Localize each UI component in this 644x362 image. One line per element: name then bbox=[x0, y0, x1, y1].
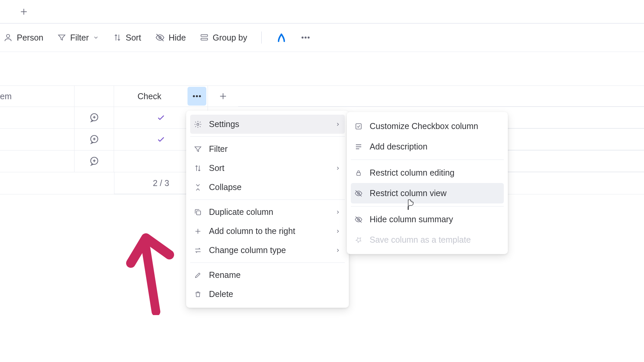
divider bbox=[351, 206, 504, 206]
conversation-button[interactable] bbox=[74, 107, 114, 128]
eye-off-icon bbox=[155, 33, 165, 42]
menu-item-rename[interactable]: Rename bbox=[190, 265, 345, 285]
menu-label: Save column as a template bbox=[370, 235, 500, 245]
menu-label: Customize Checkbox column bbox=[370, 121, 500, 131]
chevron-right-icon bbox=[335, 248, 341, 253]
item-name-cell[interactable] bbox=[0, 107, 74, 128]
group-by-button[interactable]: Group by bbox=[200, 33, 247, 43]
menu-label: Hide column summary bbox=[370, 215, 500, 224]
svg-point-0 bbox=[6, 35, 9, 38]
trash-icon bbox=[194, 291, 202, 298]
svg-point-6 bbox=[308, 37, 310, 39]
menu-label: Sort bbox=[209, 163, 329, 173]
plus-icon bbox=[194, 228, 202, 235]
menu-label: Duplicate column bbox=[209, 207, 329, 217]
column-header-check[interactable]: Check bbox=[114, 86, 208, 107]
menu-item-delete[interactable]: Delete bbox=[190, 285, 345, 304]
gear-icon bbox=[194, 120, 202, 128]
view-toolbar: Person Filter Sort Hide Group by bbox=[0, 23, 644, 52]
chevron-down-icon bbox=[93, 35, 99, 41]
menu-item-sort[interactable]: Sort bbox=[190, 159, 345, 178]
menu-item-change-type[interactable]: Change column type bbox=[190, 241, 345, 260]
eye-off-icon bbox=[354, 189, 363, 197]
menu-item-settings[interactable]: Settings bbox=[190, 115, 345, 134]
collapse-icon bbox=[194, 183, 202, 191]
ai-logo-icon bbox=[276, 32, 287, 43]
toolbar-label: Hide bbox=[169, 33, 186, 43]
column-check-label: Check bbox=[114, 92, 171, 101]
divider bbox=[190, 262, 345, 263]
sort-icon bbox=[194, 164, 202, 172]
toolbar-label: Filter bbox=[70, 33, 89, 43]
column-context-menu: Settings Filter Sort Collapse Duplicate … bbox=[186, 111, 349, 308]
chevron-right-icon bbox=[335, 166, 341, 171]
column-options-button[interactable] bbox=[187, 87, 206, 106]
conversation-button[interactable] bbox=[74, 129, 114, 150]
sort-button[interactable]: Sort bbox=[113, 33, 141, 43]
divider bbox=[190, 199, 345, 200]
ai-assistant-button[interactable] bbox=[276, 32, 287, 43]
column-header-conversation bbox=[74, 86, 114, 107]
pin-icon bbox=[354, 236, 363, 244]
sort-icon bbox=[113, 33, 122, 42]
submenu-item-restrict-edit[interactable]: Restrict column editing bbox=[351, 163, 504, 183]
pencil-icon bbox=[194, 272, 202, 279]
column-header-item[interactable]: em bbox=[0, 86, 74, 107]
filter-button[interactable]: Filter bbox=[57, 33, 99, 43]
item-name-cell[interactable] bbox=[0, 150, 74, 172]
svg-rect-3 bbox=[201, 38, 208, 40]
divider bbox=[351, 160, 504, 160]
divider bbox=[261, 32, 262, 44]
filter-icon bbox=[57, 33, 66, 42]
svg-point-7 bbox=[193, 95, 195, 97]
menu-item-add-column-right[interactable]: Add column to the right bbox=[190, 222, 345, 241]
divider bbox=[190, 136, 345, 137]
svg-point-13 bbox=[197, 123, 199, 125]
menu-item-filter[interactable]: Filter bbox=[190, 139, 345, 159]
filter-icon bbox=[194, 145, 202, 153]
menu-label: Add column to the right bbox=[209, 226, 329, 236]
menu-label: Restrict column view bbox=[370, 188, 500, 198]
svg-point-5 bbox=[305, 37, 307, 39]
table-header-row: em Check bbox=[0, 85, 644, 107]
submenu-item-restrict-view[interactable]: Restrict column view bbox=[351, 183, 504, 203]
lock-icon bbox=[354, 169, 363, 177]
tabs-bar bbox=[0, 0, 644, 23]
person-filter-button[interactable]: Person bbox=[3, 33, 43, 43]
settings-submenu: Customize Checkbox column Add descriptio… bbox=[347, 112, 508, 254]
hide-button[interactable]: Hide bbox=[155, 33, 186, 43]
submenu-item-save-template: Save column as a template bbox=[351, 230, 504, 250]
svg-point-9 bbox=[199, 95, 201, 97]
more-options-button[interactable] bbox=[301, 36, 310, 39]
submenu-item-customize[interactable]: Customize Checkbox column bbox=[351, 116, 504, 136]
svg-rect-15 bbox=[356, 124, 361, 129]
eye-off-icon bbox=[354, 216, 363, 224]
menu-item-duplicate[interactable]: Duplicate column bbox=[190, 202, 345, 222]
submenu-item-description[interactable]: Add description bbox=[351, 136, 504, 157]
swap-icon bbox=[194, 246, 202, 254]
chevron-right-icon bbox=[335, 122, 341, 127]
menu-label: Collapse bbox=[209, 182, 341, 192]
menu-item-collapse[interactable]: Collapse bbox=[190, 178, 345, 197]
toolbar-label: Person bbox=[17, 33, 43, 43]
menu-label: Delete bbox=[209, 289, 341, 299]
annotation-arrow bbox=[124, 231, 178, 315]
menu-label: Rename bbox=[209, 270, 341, 280]
person-icon bbox=[3, 33, 13, 42]
svg-rect-16 bbox=[357, 173, 361, 175]
add-column-button[interactable] bbox=[208, 86, 238, 107]
menu-label: Filter bbox=[209, 144, 341, 154]
menu-label: Change column type bbox=[209, 245, 329, 255]
conversation-button[interactable] bbox=[74, 150, 114, 172]
svg-rect-14 bbox=[197, 211, 201, 215]
cursor-pointer bbox=[405, 199, 415, 211]
svg-point-4 bbox=[302, 37, 304, 39]
item-name-cell[interactable] bbox=[0, 129, 74, 150]
more-icon bbox=[301, 36, 310, 39]
menu-label: Add description bbox=[370, 142, 500, 152]
group-by-icon bbox=[200, 33, 209, 42]
description-icon bbox=[354, 143, 363, 151]
submenu-item-hide-summary[interactable]: Hide column summary bbox=[351, 209, 504, 230]
svg-rect-2 bbox=[201, 35, 208, 36]
add-tab-button[interactable] bbox=[20, 8, 28, 15]
